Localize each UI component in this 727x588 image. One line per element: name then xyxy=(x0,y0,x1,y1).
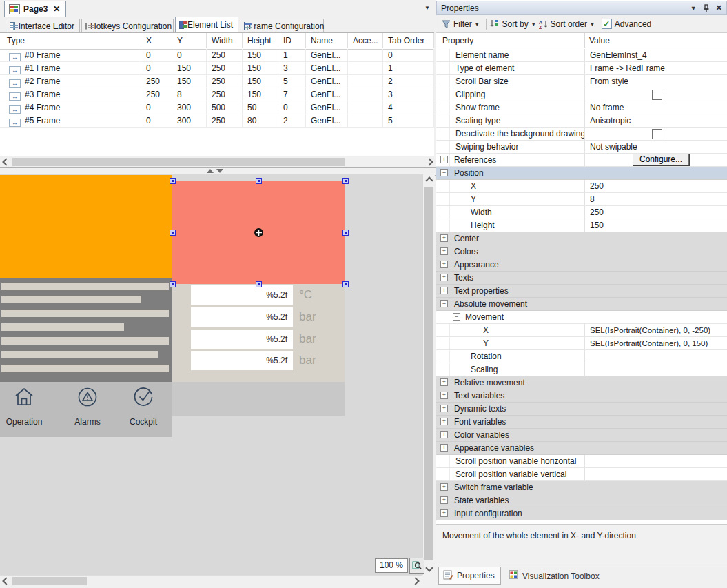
cell-height[interactable]: 150 xyxy=(243,62,278,75)
subtab-interface-editor[interactable]: Interface Editor xyxy=(6,19,80,33)
cell-id[interactable]: 0 xyxy=(278,101,306,114)
property-value-cell[interactable] xyxy=(584,481,727,494)
property-value-cell[interactable]: 250 xyxy=(584,206,727,219)
property-value[interactable]: 8 xyxy=(585,193,727,205)
cell-width[interactable]: 250 xyxy=(207,88,243,101)
property-value[interactable]: Anisotropic xyxy=(585,114,727,127)
property-row-text-properties[interactable]: +Text properties xyxy=(436,285,727,298)
property-row-dynamic-texts[interactable]: +Dynamic texts xyxy=(436,403,727,416)
selection-handle[interactable] xyxy=(342,230,349,236)
portrait-navbar-element[interactable]: OperationAlarmsCockpit xyxy=(0,382,172,437)
property-row-scaling[interactable]: Scaling xyxy=(436,363,727,376)
property-row-switch-frame-variable[interactable]: +Switch frame variable xyxy=(436,481,727,494)
cell-y[interactable]: 0 xyxy=(172,49,207,62)
zoom-level-field[interactable]: 100 % xyxy=(375,558,408,573)
table-hscrollbar[interactable] xyxy=(0,156,436,168)
cell-y[interactable]: 300 xyxy=(172,114,207,128)
hscroll-thumb[interactable] xyxy=(12,577,87,585)
selection-handle[interactable] xyxy=(170,230,176,236)
cell-access[interactable] xyxy=(348,75,383,88)
property-value-cell[interactable] xyxy=(584,232,727,245)
column-header-Name[interactable]: Name xyxy=(306,33,348,48)
scroll-left-icon[interactable] xyxy=(1,158,10,166)
visualization-canvas[interactable]: %5.2f°C%5.2fbar%5.2fbar%5.2fbar rms Cock… xyxy=(0,174,422,575)
property-value-cell[interactable] xyxy=(584,468,727,480)
expand-plus-icon[interactable]: + xyxy=(440,261,448,268)
column-header-Height[interactable]: Height xyxy=(243,33,278,48)
cell-y[interactable]: 150 xyxy=(172,75,207,88)
cell-type[interactable]: ↔#3 Frame xyxy=(0,88,141,101)
property-value-cell[interactable] xyxy=(584,298,727,310)
bottom-tab-visualization-toolbox[interactable]: Visualization Toolbox xyxy=(504,567,605,585)
cell-tab_order[interactable]: 5 xyxy=(383,114,434,128)
scroll-right-icon[interactable] xyxy=(424,158,433,166)
nav-item-operation[interactable] xyxy=(0,385,49,411)
property-row-absolute-movement[interactable]: −Absolute movement xyxy=(436,298,727,311)
cell-name[interactable]: GenEl... xyxy=(306,101,348,114)
table-row[interactable]: ↔#1 Frame01502501503GenEl...1 xyxy=(0,62,434,75)
property-value[interactable]: 250 xyxy=(585,180,727,192)
property-value-cell[interactable] xyxy=(584,494,727,507)
vscroll-thumb[interactable] xyxy=(424,187,433,560)
property-row-appearance-variables[interactable]: +Appearance variables xyxy=(436,442,727,455)
property-value-cell[interactable] xyxy=(584,128,727,140)
scroll-up-icon[interactable] xyxy=(424,176,433,185)
cell-id[interactable]: 3 xyxy=(278,62,306,75)
column-header-Acce[interactable]: Acce... xyxy=(348,33,383,48)
property-row-scroll-position-variable-horizontal[interactable]: Scroll position variable horizontal xyxy=(436,455,727,468)
property-row-relative-movement[interactable]: +Relative movement xyxy=(436,376,727,389)
scroll-down-icon[interactable] xyxy=(424,563,433,572)
value-input-field[interactable]: %5.2f xyxy=(191,351,293,370)
column-header-Tab Order[interactable]: Tab Order xyxy=(383,33,434,48)
cell-name[interactable]: GenEl... xyxy=(306,114,348,128)
property-value-cell[interactable] xyxy=(584,245,727,258)
value-input-field[interactable]: %5.2f xyxy=(191,330,293,349)
subtab-element-list[interactable]: Element List xyxy=(175,17,238,32)
property-value[interactable]: Frame -> RedFrame xyxy=(585,62,727,74)
expand-plus-icon[interactable]: + xyxy=(440,378,448,386)
collapse-minus-icon[interactable]: − xyxy=(440,300,448,307)
cell-id[interactable]: 2 xyxy=(278,114,306,128)
property-value-cell[interactable] xyxy=(584,455,727,467)
cell-y[interactable]: 300 xyxy=(172,101,207,114)
advanced-checkbox[interactable]: ✓ xyxy=(602,19,612,29)
cell-tab_order[interactable]: 3 xyxy=(383,88,434,101)
property-value[interactable]: No frame xyxy=(585,101,727,114)
property-value-cell[interactable]: GenElemInst_4 xyxy=(584,49,727,61)
cell-x[interactable]: 0 xyxy=(141,62,172,75)
property-row-position[interactable]: −Position xyxy=(436,167,727,180)
property-value[interactable]: From style xyxy=(585,75,727,88)
property-row-colors[interactable]: +Colors xyxy=(436,245,727,258)
expand-plus-icon[interactable]: + xyxy=(440,496,448,504)
property-row-rotation[interactable]: Rotation xyxy=(436,350,727,363)
cell-x[interactable]: 250 xyxy=(141,88,172,101)
property-checkbox[interactable] xyxy=(652,90,662,100)
property-value-cell[interactable]: Configure... xyxy=(584,154,727,166)
property-value-cell[interactable] xyxy=(584,258,727,271)
expand-plus-icon[interactable]: + xyxy=(440,483,448,491)
cell-y[interactable]: 150 xyxy=(172,62,207,75)
property-row-references[interactable]: +ReferencesConfigure... xyxy=(436,154,727,167)
property-row-input-configuration[interactable]: +Input configuration xyxy=(436,507,727,520)
selection-handle[interactable] xyxy=(256,178,262,184)
property-row-color-variables[interactable]: +Color variables xyxy=(436,429,727,442)
property-value-cell[interactable]: Not swipable xyxy=(584,141,727,153)
zoom-tool-button[interactable] xyxy=(409,558,424,574)
sort-by-dropdown-icon[interactable]: ▼ xyxy=(531,22,536,27)
filter-dropdown-icon[interactable]: ▼ xyxy=(475,22,480,27)
property-row-height[interactable]: Height150 xyxy=(436,219,727,232)
property-row-state-variables[interactable]: +State variables xyxy=(436,494,727,507)
canvas-hscrollbar[interactable] xyxy=(0,575,422,587)
selection-handle[interactable] xyxy=(170,178,176,184)
property-row-scroll-bar-size[interactable]: Scroll Bar sizeFrom style xyxy=(436,75,727,88)
tab-list-dropdown-icon[interactable]: ▼ xyxy=(424,5,430,11)
property-row-center[interactable]: +Center xyxy=(436,232,727,245)
property-row-appearance[interactable]: +Appearance xyxy=(436,258,727,272)
property-row-type-of-element[interactable]: Type of elementFrame -> RedFrame xyxy=(436,62,727,75)
cell-x[interactable]: 250 xyxy=(141,75,172,88)
property-value-cell[interactable]: Frame -> RedFrame xyxy=(584,62,727,74)
cell-tab_order[interactable]: 1 xyxy=(383,62,434,75)
cell-height[interactable]: 80 xyxy=(243,114,278,128)
close-tab-icon[interactable]: ✕ xyxy=(53,4,60,14)
property-value-cell[interactable] xyxy=(584,272,727,284)
